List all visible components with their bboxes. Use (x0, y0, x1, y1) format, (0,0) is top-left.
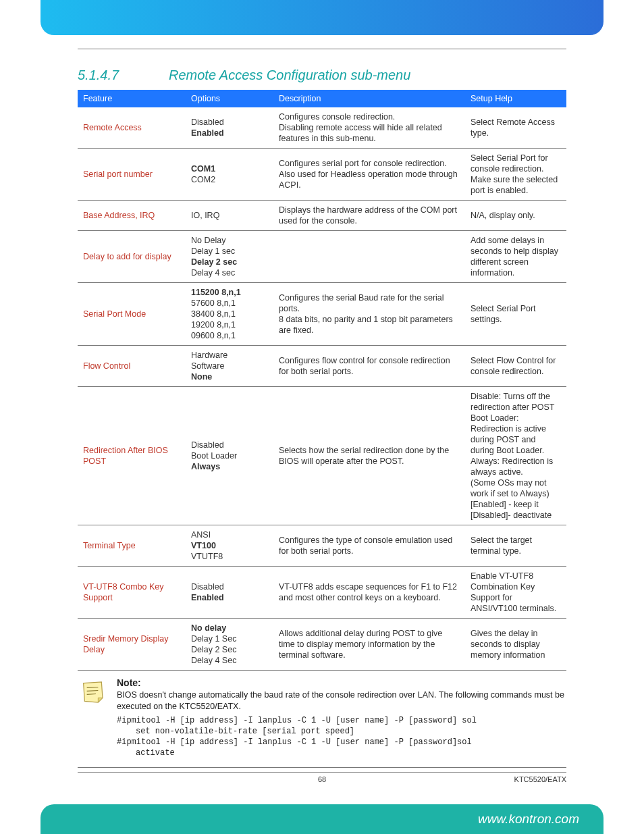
cell-options: ANSIVT100VTUTF8 (186, 525, 273, 567)
cell-feature: Base Address, IRQ (78, 201, 186, 231)
table-row: Sredir Memory Display DelayNo delayDelay… (78, 619, 566, 671)
footer-doc: KTC5520/EATX (514, 775, 566, 783)
cell-feature: Flow Control (78, 346, 186, 387)
note-code-1b: set non-volatile-bit-rate [serial port s… (117, 726, 566, 737)
cell-help: Disable: Turns off the redirection after… (465, 387, 566, 525)
bottom-banner: www.kontron.com (41, 804, 603, 834)
section-number: 5.1.4.7 (78, 68, 169, 83)
page-number: 68 (318, 775, 326, 783)
table-row: Remote AccessDisabledEnabledConfigures c… (78, 107, 566, 149)
cell-description: Displays the hardware address of the COM… (273, 201, 465, 231)
cell-help: N/A, display only. (465, 201, 566, 231)
cell-feature: Serial port number (78, 149, 186, 201)
cell-options: DisabledBoot LoaderAlways (186, 387, 273, 525)
note-icon (78, 677, 107, 759)
cell-feature: Sredir Memory Display Delay (78, 619, 186, 671)
note-text: BIOS doesn't change automatically the ba… (117, 689, 566, 712)
cell-description (273, 231, 465, 283)
cell-help: Select Serial Port for console redirecti… (465, 149, 566, 201)
cell-help: Enable VT-UTF8 Combination Key Support f… (465, 567, 566, 619)
svg-marker-1 (98, 698, 103, 702)
table-row: VT-UTF8 Combo Key SupportDisabledEnabled… (78, 567, 566, 619)
cell-description: Selects how the serial redirection done … (273, 387, 465, 525)
cell-help: Add some delays in seconds to help displ… (465, 231, 566, 283)
note-code-1a: #ipmitool -H [ip address] -I lanplus -C … (117, 715, 566, 726)
cell-options: DisabledEnabled (186, 107, 273, 149)
table-row: Serial Port Mode115200 8,n,157600 8,n,13… (78, 283, 566, 346)
cell-description: Configures the serial Baud rate for the … (273, 283, 465, 346)
footer-url: www.kontron.com (478, 812, 579, 827)
cell-feature: Serial Port Mode (78, 283, 186, 346)
col-options: Options (186, 90, 273, 107)
table-row: Terminal TypeANSIVT100VTUTF8Configures t… (78, 525, 566, 567)
cell-feature: Delay to add for display (78, 231, 186, 283)
cell-options: No delayDelay 1 SecDelay 2 SecDelay 4 Se… (186, 619, 273, 671)
cell-help: Select the target terminal type. (465, 525, 566, 567)
svg-line-4 (87, 694, 96, 695)
top-banner (41, 0, 603, 35)
cell-description: Configures the type of console emulation… (273, 525, 465, 567)
note-title: Note: (117, 677, 566, 688)
note-block: Note: BIOS doesn't change automatically … (78, 677, 566, 768)
cell-options: HardwareSoftwareNone (186, 346, 273, 387)
cell-description: Configures serial port for console redir… (273, 149, 465, 201)
table-row: Base Address, IRQIO, IRQDisplays the har… (78, 201, 566, 231)
cell-description: Allows additional delay during POST to g… (273, 619, 465, 671)
cell-description: Configures console redirection.Disabling… (273, 107, 465, 149)
cell-feature: Terminal Type (78, 525, 186, 567)
cell-help: Select Flow Control for console redirect… (465, 346, 566, 387)
note-code-2b: activate (117, 748, 566, 758)
cell-help: Gives the delay in seconds to display me… (465, 619, 566, 671)
cell-description: Configures flow control for console redi… (273, 346, 465, 387)
svg-line-2 (87, 687, 99, 688)
cell-help: Select Remote Access type. (465, 107, 566, 149)
header-rule (78, 49, 566, 49)
cell-options: 115200 8,n,157600 8,n,138400 8,n,119200 … (186, 283, 273, 346)
table-row: Serial port numberCOM1COM2Configures ser… (78, 149, 566, 201)
section-heading: 5.1.4.7 Remote Access Configuration sub-… (78, 68, 566, 83)
cell-feature: VT-UTF8 Combo Key Support (78, 567, 186, 619)
svg-line-3 (87, 691, 99, 692)
config-table: Feature Options Description Setup Help R… (78, 90, 566, 671)
cell-help: Select Serial Port settings. (465, 283, 566, 346)
table-row: Redirection After BIOS POSTDisabledBoot … (78, 387, 566, 525)
table-row: Delay to add for displayNo DelayDelay 1 … (78, 231, 566, 283)
cell-description: VT-UTF8 adds escape sequences for F1 to … (273, 567, 465, 619)
cell-feature: Redirection After BIOS POST (78, 387, 186, 525)
cell-options: COM1COM2 (186, 149, 273, 201)
col-help: Setup Help (465, 90, 566, 107)
cell-options: DisabledEnabled (186, 567, 273, 619)
col-feature: Feature (78, 90, 186, 107)
cell-options: IO, IRQ (186, 201, 273, 231)
page-footer: 68 KTC5520/EATX (78, 772, 566, 783)
cell-options: No DelayDelay 1 secDelay 2 secDelay 4 se… (186, 231, 273, 283)
note-code-2a: #ipmitool -H [ip address] -I lanplus -C … (117, 737, 566, 748)
cell-feature: Remote Access (78, 107, 186, 149)
section-title: Remote Access Configuration sub-menu (169, 68, 410, 83)
table-row: Flow ControlHardwareSoftwareNoneConfigur… (78, 346, 566, 387)
col-description: Description (273, 90, 465, 107)
